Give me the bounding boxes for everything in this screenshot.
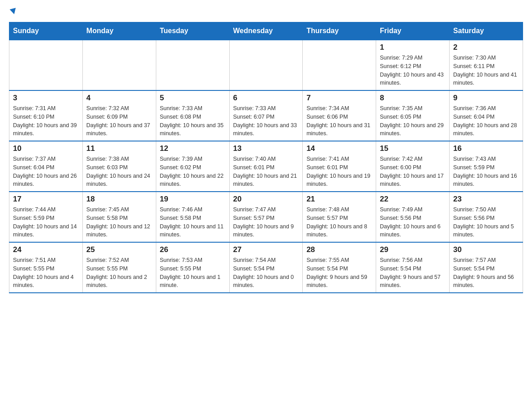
day-info: Sunrise: 7:46 AM Sunset: 5:58 PM Dayligh… [160, 206, 226, 239]
day-info: Sunrise: 7:43 AM Sunset: 5:59 PM Dayligh… [453, 155, 519, 188]
page-header [9, 9, 523, 15]
day-info: Sunrise: 7:56 AM Sunset: 5:54 PM Dayligh… [380, 256, 446, 290]
day-number: 20 [233, 195, 299, 204]
day-number: 3 [13, 94, 79, 103]
calendar-cell: 24Sunrise: 7:51 AM Sunset: 5:55 PM Dayli… [9, 242, 83, 293]
day-info: Sunrise: 7:51 AM Sunset: 5:55 PM Dayligh… [13, 256, 79, 290]
day-number: 22 [380, 195, 446, 204]
day-info: Sunrise: 7:37 AM Sunset: 6:04 PM Dayligh… [13, 155, 79, 188]
day-number: 7 [306, 94, 372, 103]
day-info: Sunrise: 7:38 AM Sunset: 6:03 PM Dayligh… [86, 155, 152, 188]
day-info: Sunrise: 7:30 AM Sunset: 6:11 PM Dayligh… [453, 54, 519, 87]
calendar-cell: 2Sunrise: 7:30 AM Sunset: 6:11 PM Daylig… [450, 40, 523, 90]
calendar-cell: 21Sunrise: 7:48 AM Sunset: 5:57 PM Dayli… [303, 192, 376, 242]
day-info: Sunrise: 7:48 AM Sunset: 5:57 PM Dayligh… [306, 206, 372, 239]
calendar-cell [82, 40, 156, 90]
day-number: 21 [306, 195, 372, 204]
weekday-header-sunday: Sunday [9, 22, 83, 40]
day-info: Sunrise: 7:32 AM Sunset: 6:09 PM Dayligh… [86, 104, 152, 138]
day-number: 29 [380, 245, 446, 254]
day-info: Sunrise: 7:45 AM Sunset: 5:58 PM Dayligh… [86, 206, 152, 239]
day-number: 9 [453, 94, 519, 103]
calendar-cell: 12Sunrise: 7:39 AM Sunset: 6:02 PM Dayli… [156, 141, 229, 192]
day-number: 1 [380, 43, 446, 52]
day-info: Sunrise: 7:33 AM Sunset: 6:08 PM Dayligh… [160, 104, 226, 138]
day-info: Sunrise: 7:55 AM Sunset: 5:54 PM Dayligh… [306, 256, 372, 290]
calendar-cell: 28Sunrise: 7:55 AM Sunset: 5:54 PM Dayli… [303, 242, 376, 293]
day-number: 11 [86, 144, 152, 153]
day-number: 2 [453, 43, 519, 52]
logo-general-text [9, 9, 17, 15]
day-number: 25 [86, 245, 152, 254]
calendar-cell: 18Sunrise: 7:45 AM Sunset: 5:58 PM Dayli… [82, 192, 156, 242]
calendar-cell: 19Sunrise: 7:46 AM Sunset: 5:58 PM Dayli… [156, 192, 229, 242]
calendar-cell: 23Sunrise: 7:50 AM Sunset: 5:56 PM Dayli… [450, 192, 523, 242]
day-number: 13 [233, 144, 299, 153]
weekday-header-tuesday: Tuesday [156, 22, 229, 40]
calendar-week-2: 3Sunrise: 7:31 AM Sunset: 6:10 PM Daylig… [9, 90, 523, 141]
day-info: Sunrise: 7:47 AM Sunset: 5:57 PM Dayligh… [233, 206, 299, 239]
calendar-cell: 10Sunrise: 7:37 AM Sunset: 6:04 PM Dayli… [9, 141, 83, 192]
day-info: Sunrise: 7:35 AM Sunset: 6:05 PM Dayligh… [380, 104, 446, 138]
calendar-cell: 26Sunrise: 7:53 AM Sunset: 5:55 PM Dayli… [156, 242, 229, 293]
logo [9, 9, 17, 15]
calendar-cell: 25Sunrise: 7:52 AM Sunset: 5:55 PM Dayli… [82, 242, 156, 293]
day-number: 24 [13, 245, 79, 254]
calendar-cell: 16Sunrise: 7:43 AM Sunset: 5:59 PM Dayli… [450, 141, 523, 192]
calendar-cell: 1Sunrise: 7:29 AM Sunset: 6:12 PM Daylig… [376, 40, 450, 90]
calendar-cell: 17Sunrise: 7:44 AM Sunset: 5:59 PM Dayli… [9, 192, 83, 242]
day-number: 30 [453, 245, 519, 254]
calendar-header-row: SundayMondayTuesdayWednesdayThursdayFrid… [9, 22, 523, 40]
day-info: Sunrise: 7:44 AM Sunset: 5:59 PM Dayligh… [13, 206, 79, 239]
day-number: 28 [306, 245, 372, 254]
day-number: 15 [380, 144, 446, 153]
calendar-cell [303, 40, 376, 90]
calendar-cell [9, 40, 83, 90]
day-info: Sunrise: 7:42 AM Sunset: 6:00 PM Dayligh… [380, 155, 446, 188]
calendar-week-3: 10Sunrise: 7:37 AM Sunset: 6:04 PM Dayli… [9, 141, 523, 192]
day-number: 10 [13, 144, 79, 153]
calendar-cell: 9Sunrise: 7:36 AM Sunset: 6:04 PM Daylig… [450, 90, 523, 141]
day-info: Sunrise: 7:52 AM Sunset: 5:55 PM Dayligh… [86, 256, 152, 290]
day-info: Sunrise: 7:57 AM Sunset: 5:54 PM Dayligh… [453, 256, 519, 290]
day-info: Sunrise: 7:41 AM Sunset: 6:01 PM Dayligh… [306, 155, 372, 188]
weekday-header-thursday: Thursday [303, 22, 376, 40]
calendar-cell: 29Sunrise: 7:56 AM Sunset: 5:54 PM Dayli… [376, 242, 450, 293]
calendar-week-5: 24Sunrise: 7:51 AM Sunset: 5:55 PM Dayli… [9, 242, 523, 293]
calendar-cell: 14Sunrise: 7:41 AM Sunset: 6:01 PM Dayli… [303, 141, 376, 192]
day-info: Sunrise: 7:39 AM Sunset: 6:02 PM Dayligh… [160, 155, 226, 188]
weekday-header-wednesday: Wednesday [229, 22, 303, 40]
day-info: Sunrise: 7:36 AM Sunset: 6:04 PM Dayligh… [453, 104, 519, 138]
day-info: Sunrise: 7:40 AM Sunset: 6:01 PM Dayligh… [233, 155, 299, 188]
calendar-cell: 4Sunrise: 7:32 AM Sunset: 6:09 PM Daylig… [82, 90, 156, 141]
day-number: 6 [233, 94, 299, 103]
day-number: 4 [86, 94, 152, 103]
day-number: 26 [160, 245, 226, 254]
day-number: 18 [86, 195, 152, 204]
calendar-cell: 22Sunrise: 7:49 AM Sunset: 5:56 PM Dayli… [376, 192, 450, 242]
weekday-header-saturday: Saturday [450, 22, 523, 40]
calendar-week-1: 1Sunrise: 7:29 AM Sunset: 6:12 PM Daylig… [9, 40, 523, 90]
day-number: 12 [160, 144, 226, 153]
day-info: Sunrise: 7:29 AM Sunset: 6:12 PM Dayligh… [380, 54, 446, 87]
day-info: Sunrise: 7:31 AM Sunset: 6:10 PM Dayligh… [13, 104, 79, 138]
day-info: Sunrise: 7:54 AM Sunset: 5:54 PM Dayligh… [233, 256, 299, 290]
day-number: 23 [453, 195, 519, 204]
day-info: Sunrise: 7:49 AM Sunset: 5:56 PM Dayligh… [380, 206, 446, 239]
weekday-header-monday: Monday [82, 22, 156, 40]
calendar-cell: 3Sunrise: 7:31 AM Sunset: 6:10 PM Daylig… [9, 90, 83, 141]
day-number: 14 [306, 144, 372, 153]
calendar-cell: 15Sunrise: 7:42 AM Sunset: 6:00 PM Dayli… [376, 141, 450, 192]
day-number: 17 [13, 195, 79, 204]
day-number: 8 [380, 94, 446, 103]
calendar-cell: 30Sunrise: 7:57 AM Sunset: 5:54 PM Dayli… [450, 242, 523, 293]
calendar-table: SundayMondayTuesdayWednesdayThursdayFrid… [9, 22, 523, 293]
day-info: Sunrise: 7:50 AM Sunset: 5:56 PM Dayligh… [453, 206, 519, 239]
calendar-cell: 20Sunrise: 7:47 AM Sunset: 5:57 PM Dayli… [229, 192, 303, 242]
calendar-cell: 27Sunrise: 7:54 AM Sunset: 5:54 PM Dayli… [229, 242, 303, 293]
day-info: Sunrise: 7:53 AM Sunset: 5:55 PM Dayligh… [160, 256, 226, 290]
day-info: Sunrise: 7:34 AM Sunset: 6:06 PM Dayligh… [306, 104, 372, 138]
weekday-header-friday: Friday [376, 22, 450, 40]
day-number: 5 [160, 94, 226, 103]
calendar-cell: 6Sunrise: 7:33 AM Sunset: 6:07 PM Daylig… [229, 90, 303, 141]
